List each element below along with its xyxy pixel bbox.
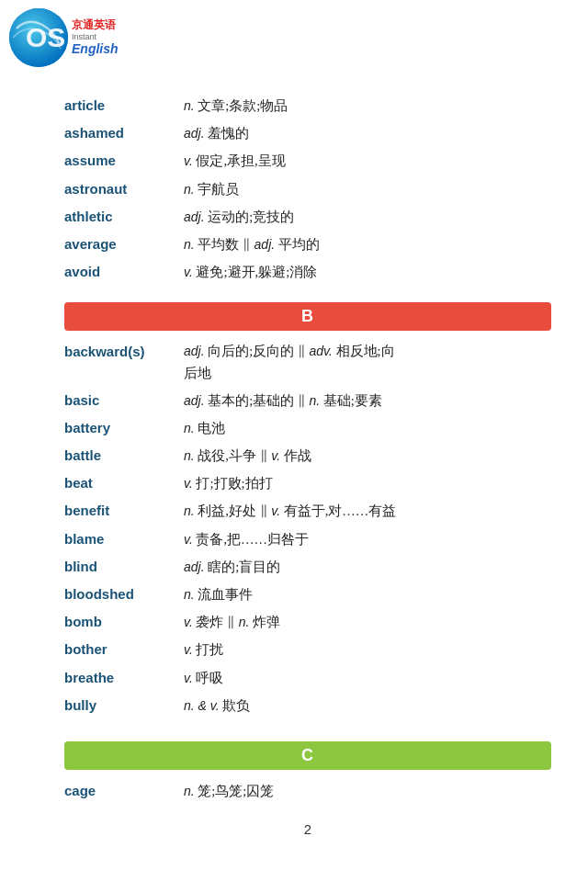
def-ashamed: adj. 羞愧的 xyxy=(184,123,551,144)
def-bloodshed: n. 流血事件 xyxy=(184,584,551,605)
entry-beat: beat v. 打;打败;拍打 xyxy=(64,469,551,497)
entry-cage: cage n. 笼;鸟笼;囚笼 xyxy=(64,777,551,805)
def-athletic: adj. 运动的;竞技的 xyxy=(184,207,551,228)
spacer-1 xyxy=(64,286,551,293)
logo-cn-text: 京通英语 xyxy=(72,18,119,31)
def-battery: n. 电池 xyxy=(184,418,551,439)
logo-circle: OS xyxy=(9,8,68,67)
logo-instant-text: Instant xyxy=(72,32,119,41)
logo-en-text: English xyxy=(72,41,119,57)
word-blind: blind xyxy=(64,556,184,578)
entry-avoid: avoid v. 避免;避开,躲避;消除 xyxy=(64,258,551,286)
word-battery: battery xyxy=(64,417,184,439)
entry-breathe: breathe v. 呼吸 xyxy=(64,664,551,692)
word-bother: bother xyxy=(64,638,184,661)
def-astronaut: n. 宇航员 xyxy=(184,179,551,200)
entry-bully: bully n. & v. 欺负 xyxy=(64,692,551,719)
entry-athletic: athletic adj. 运动的;竞技的 xyxy=(64,203,551,231)
entry-blind: blind adj. 瞎的;盲目的 xyxy=(64,553,551,581)
word-bloodshed: bloodshed xyxy=(64,583,184,605)
entry-article: article n. 文章;条款;物品 xyxy=(64,92,551,119)
entry-battle: battle n. 战役,斗争 ‖ v. 作战 xyxy=(64,442,551,469)
word-ashamed: ashamed xyxy=(64,122,184,144)
def-assume: v. 假定,承担,呈现 xyxy=(184,151,551,172)
def-average: n. 平均数 ‖ adj. 平均的 xyxy=(184,234,551,255)
word-athletic: athletic xyxy=(64,206,184,228)
word-bomb: bomb xyxy=(64,611,184,633)
def-cage: n. 笼;鸟笼;囚笼 xyxy=(184,781,551,802)
entry-benefit: benefit n. 利益,好处 ‖ v. 有益于,对……有益 xyxy=(64,497,551,525)
section-header-b: B xyxy=(64,302,551,331)
word-cage: cage xyxy=(64,780,184,802)
entry-average: average n. 平均数 ‖ adj. 平均的 xyxy=(64,231,551,258)
word-breathe: breathe xyxy=(64,667,184,689)
entry-backward: backward(s) adj. 向后的;反向的 ‖ adv. 相反地;向后地 xyxy=(64,338,551,386)
section-b-entries: backward(s) adj. 向后的;反向的 ‖ adv. 相反地;向后地 … xyxy=(64,338,551,719)
section-c-entries: cage n. 笼;鸟笼;囚笼 xyxy=(64,777,551,805)
def-backward: adj. 向后的;反向的 ‖ adv. 相反地;向后地 xyxy=(184,341,551,383)
section-a-entries: article n. 文章;条款;物品 ashamed adj. 羞愧的 ass… xyxy=(64,92,551,286)
word-basic: basic xyxy=(64,390,184,412)
entry-assume: assume v. 假定,承担,呈现 xyxy=(64,147,551,175)
word-average: average xyxy=(64,233,184,255)
entry-astronaut: astronaut n. 宇航员 xyxy=(64,175,551,203)
section-header-c: C xyxy=(64,741,551,770)
page-number: 2 xyxy=(64,821,551,837)
def-bomb: v. 袭炸 ‖ n. 炸弹 xyxy=(184,612,551,633)
logo: OS 京通英语 Instant English xyxy=(0,0,153,75)
spacer-2 xyxy=(64,719,551,727)
logo-text: 京通英语 Instant English xyxy=(72,18,119,56)
entry-bomb: bomb v. 袭炸 ‖ n. 炸弹 xyxy=(64,608,551,636)
def-breathe: v. 呼吸 xyxy=(184,668,551,689)
entry-ashamed: ashamed adj. 羞愧的 xyxy=(64,119,551,147)
def-avoid: v. 避免;避开,躲避;消除 xyxy=(184,262,551,283)
word-blame: blame xyxy=(64,528,184,550)
word-backward: backward(s) xyxy=(64,341,184,363)
entry-battery: battery n. 电池 xyxy=(64,414,551,442)
entry-bother: bother v. 打扰 xyxy=(64,636,551,663)
word-avoid: avoid xyxy=(64,261,184,283)
word-astronaut: astronaut xyxy=(64,178,184,200)
def-beat: v. 打;打败;拍打 xyxy=(184,473,551,494)
def-basic: adj. 基本的;基础的 ‖ n. 基础;要素 xyxy=(184,390,551,412)
def-battle: n. 战役,斗争 ‖ v. 作战 xyxy=(184,446,551,467)
word-benefit: benefit xyxy=(64,500,184,522)
entry-basic: basic adj. 基本的;基础的 ‖ n. 基础;要素 xyxy=(64,387,551,414)
word-battle: battle xyxy=(64,445,184,467)
def-benefit: n. 利益,好处 ‖ v. 有益于,对……有益 xyxy=(184,501,551,522)
def-bully: n. & v. 欺负 xyxy=(184,695,551,717)
def-blind: adj. 瞎的;盲目的 xyxy=(184,557,551,578)
word-assume: assume xyxy=(64,150,184,172)
main-content: article n. 文章;条款;物品 ashamed adj. 羞愧的 ass… xyxy=(0,83,588,870)
word-beat: beat xyxy=(64,472,184,494)
word-bully: bully xyxy=(64,695,184,717)
entry-bloodshed: bloodshed n. 流血事件 xyxy=(64,581,551,608)
def-blame: v. 责备,把……归咎于 xyxy=(184,529,551,550)
entry-blame: blame v. 责备,把……归咎于 xyxy=(64,525,551,553)
def-article: n. 文章;条款;物品 xyxy=(184,96,551,117)
def-bother: v. 打扰 xyxy=(184,639,551,661)
word-article: article xyxy=(64,95,184,117)
